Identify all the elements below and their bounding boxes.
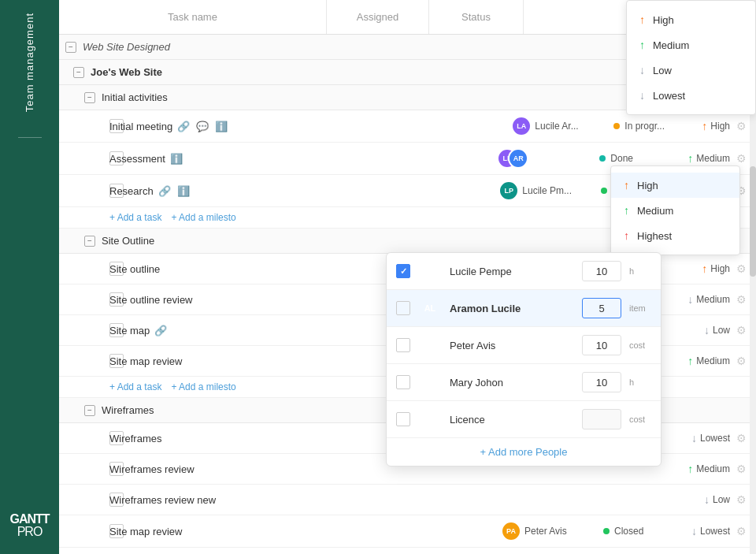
people-avatar-aramon: AL — [418, 296, 442, 320]
sidebar: Team management GANTTPRO — [0, 0, 59, 554]
priority-arrow: ↑ — [702, 120, 707, 132]
avatar: LA — [511, 116, 532, 136]
assigned-name: Lucile Ar... — [535, 121, 578, 132]
priority-up-green-icon: ↑ — [639, 39, 645, 51]
section-joe-label: Joe's Web Site — [91, 66, 162, 78]
people-row-mary: MJ Mary Johon 10 h — [387, 364, 661, 401]
priority-col: ↑ High ⚙ — [702, 259, 756, 278]
info-icon: ℹ️ — [170, 153, 183, 165]
task-name-cell: Assessment ℹ️ — [109, 153, 491, 165]
priority-label: Low — [713, 325, 730, 336]
people-row-lucile: ✓ LP Lucile Pempe 10 h — [387, 253, 661, 290]
scroll-thumb[interactable] — [750, 166, 756, 277]
logo-pro: PRO — [9, 526, 49, 538]
people-name-mary: Mary Johon — [450, 377, 574, 389]
people-unit-peter: cost — [629, 340, 651, 350]
add-people-link[interactable]: + Add more People — [480, 446, 568, 458]
people-checkbox-lucile[interactable]: ✓ — [396, 264, 410, 278]
assigned-cell: LP Lucile Pm... — [492, 180, 595, 201]
priority-arrow: ↓ — [691, 525, 697, 537]
task-name-cell: Initial meeting 🔗 💬 ℹ️ — [109, 121, 505, 132]
people-avatar-lucile: LP — [418, 259, 442, 283]
priority-high-label: High — [653, 14, 674, 26]
priority-label: Lowest — [700, 433, 730, 444]
task-name-label: Site map — [109, 325, 150, 336]
priority-label: Low — [713, 494, 730, 505]
priority-item-lowest[interactable]: ↓ Lowest — [627, 83, 755, 108]
gear-icon[interactable]: ⚙ — [733, 117, 750, 136]
people-checkbox-mary[interactable] — [396, 375, 410, 389]
link-icon: 🔗 — [177, 121, 190, 132]
priority-item-low[interactable]: ↓ Low — [627, 58, 755, 83]
priority-lowest-label: Lowest — [653, 90, 685, 102]
people-popup: ✓ LP Lucile Pempe 10 h AL Aramon Lucile … — [386, 252, 662, 467]
people-checkbox-peter[interactable] — [396, 338, 410, 352]
collapse-initial[interactable]: − — [84, 92, 95, 103]
task-name-label: Site outline — [109, 263, 160, 275]
priority-label: Medium — [696, 355, 730, 366]
avatar: LP — [498, 180, 519, 201]
table-row: Site map review LP Lucile Pm... Closed ↓… — [59, 548, 756, 554]
status-dot — [599, 155, 606, 162]
status-text: Done — [610, 153, 633, 164]
people-value-licence[interactable] — [582, 409, 621, 429]
priority-col: ↑ High ⚙ — [702, 117, 756, 136]
priority-col: ↑ Medium ⚙ — [687, 351, 756, 370]
collapse-wireframes[interactable]: − — [84, 405, 95, 416]
people-unit-mary: h — [629, 377, 651, 387]
sidebar-label: Team management — [24, 13, 35, 112]
gear-icon[interactable]: ⚙ — [733, 290, 750, 309]
main-content: Task name Assigned Status − Web Site Des… — [59, 0, 756, 554]
priority-col: ↓ Low ⚙ — [704, 321, 756, 340]
priority-medium-label: Medium — [653, 39, 689, 51]
people-checkbox-licence[interactable] — [396, 412, 410, 426]
priority-col: ↑ Medium ⚙ — [687, 459, 756, 478]
priority-arrow: ↑ — [687, 152, 693, 165]
priority-item-medium[interactable]: ↑ Medium — [627, 32, 755, 58]
status-dot — [601, 188, 607, 194]
people-value-mary[interactable]: 10 — [582, 372, 621, 392]
assigned-cell: PA Peter Avis — [495, 521, 597, 541]
priority-down-gray-icon-2: ↓ — [639, 89, 645, 102]
collapse-website[interactable]: − — [65, 42, 76, 53]
people-value-aramon[interactable]: 5 — [582, 298, 621, 318]
gear-icon[interactable]: ⚙ — [733, 259, 750, 278]
people-row-aramon: AL Aramon Lucile 5 item — [387, 290, 661, 327]
priority-item-medium-2[interactable]: ↑ Medium — [611, 198, 739, 223]
people-name-aramon: Aramon Lucile — [450, 303, 574, 314]
section-wireframes-label: Wireframes — [102, 404, 154, 416]
gear-icon[interactable]: ⚙ — [733, 490, 750, 509]
task-name-label: Site outline review — [109, 294, 193, 306]
priority-arrow: ↑ — [687, 463, 693, 475]
add-milestone-link[interactable]: + Add a milesto — [171, 212, 235, 223]
link-icon: 🔗 — [158, 185, 171, 197]
status-cell: Closed — [597, 526, 691, 537]
people-row-peter: PA Peter Avis 10 cost — [387, 327, 661, 364]
people-checkbox-aramon[interactable] — [396, 301, 410, 315]
gear-icon[interactable]: ⚙ — [733, 459, 750, 478]
people-value-lucile[interactable]: 10 — [582, 261, 621, 281]
table-row: Initial meeting 🔗 💬 ℹ️ LA Lucile Ar... I… — [59, 110, 756, 143]
people-value-peter[interactable]: 10 — [582, 335, 621, 355]
collapse-joe[interactable]: − — [73, 67, 84, 78]
info-icon: ℹ️ — [215, 121, 228, 132]
table-row: Site map review PA Peter Avis Closed ↓ L… — [59, 515, 756, 548]
priority-item-highest[interactable]: ↑ Highest — [611, 223, 739, 248]
priority-item-high-2[interactable]: ↑ High — [611, 173, 739, 198]
link-icon: 🔗 — [154, 325, 167, 336]
add-task-link[interactable]: + Add a task — [109, 212, 161, 223]
assigned-name: Peter Avis — [524, 526, 567, 537]
gear-icon[interactable]: ⚙ — [733, 522, 750, 541]
add-people-row[interactable]: + Add more People — [387, 438, 661, 466]
people-unit-aramon: item — [629, 303, 651, 313]
add-task-link-2[interactable]: + Add a task — [109, 381, 161, 392]
priority-item-high[interactable]: ↑ High — [627, 7, 755, 32]
priority-dropdown-2: ↑ High ↑ Medium ↑ Highest — [610, 165, 740, 255]
add-milestone-link-2[interactable]: + Add a milesto — [171, 381, 235, 392]
collapse-outline[interactable]: − — [84, 236, 95, 247]
table-row: Wireframes review new ↓ Low ⚙ — [59, 485, 756, 515]
gear-icon[interactable]: ⚙ — [733, 351, 750, 370]
task-name-label: Site map review — [109, 355, 182, 367]
gear-icon[interactable]: ⚙ — [733, 321, 750, 340]
gear-icon[interactable]: ⚙ — [733, 429, 750, 448]
